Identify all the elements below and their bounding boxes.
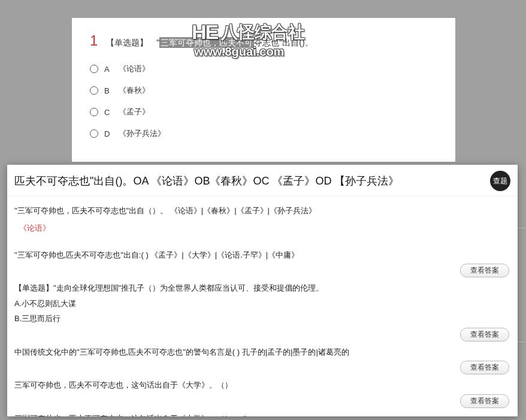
radio-icon[interactable] [90,129,98,138]
popup-title: 匹夫不可夺志也"出自()。OA 《论语》OB《春秋》OC 《孟子》OD 【孙子兵… [14,174,485,188]
option-row[interactable]: C《孟子》 [90,107,443,117]
result-item: "三军可夺帅也，匹夫不可夺志也"出自（）。 《论语》|《春秋》|《孟子》|《孙子… [14,205,512,244]
search-popup: 匹夫不可夺志也"出自()。OA 《论语》OB《春秋》OC 《孟子》OD 【孙子兵… [7,165,518,416]
result-item: "三军可夺帅也,匹夫不可夺志也"出自:( ) 《孟子》|《大学》|《论语.子罕》… [14,249,512,278]
result-item: 【单选题】"走向全球化理想国"推孔子（）为全世界人类都应当认可、接受和提倡的伦理… [14,282,512,342]
question-number: 1 [90,32,98,49]
result-answer: 《论语》 [19,223,512,234]
result-text: 三军可夺帅也，匹夫不可夺志也，这句话出自于《大学》。（） [14,379,512,391]
option-text: 《孟子》 [119,107,150,117]
search-button[interactable]: 查题 [490,171,510,191]
radio-icon[interactable] [90,108,98,116]
result-text: 三军可夺帅也，匹夫不可夺志也，这句话出自于《大学》。（） null [14,413,512,417]
results-list[interactable]: "三军可夺帅也，匹夫不可夺志也"出自（）。 《论语》|《春秋》|《孟子》|《孙子… [7,196,518,416]
option-letter: D [104,129,113,138]
popup-header: 匹夫不可夺志也"出自()。OA 《论语》OB《春秋》OC 《孟子》OD 【孙子兵… [7,165,518,196]
option-text: 《论语》 [119,64,150,74]
highlighted-text: 三军可夺帅也，匹夫不可 [159,37,254,48]
option-letter: A [104,65,113,74]
view-answer-button[interactable]: 查看答案 [460,264,509,277]
question-header: 1 【单选题】 "三军可夺帅也，匹夫不可夺志也"出自()。 [90,32,443,49]
option-letter: B [104,86,113,95]
options-list: A《论语》B《春秋》C《孟子》D《孙子兵法》 [90,64,443,139]
result-text: A.小不忍则乱大谋 [14,298,512,310]
option-text: 《孙子兵法》 [119,128,165,139]
option-row[interactable]: D《孙子兵法》 [90,128,443,139]
option-row[interactable]: B《春秋》 [90,85,443,96]
radio-icon[interactable] [90,86,98,95]
result-item: 三军可夺帅也，匹夫不可夺志也，这句话出自于《大学》。（） null查看答案 [14,413,512,417]
question-type: 【单选题】 [106,38,148,49]
view-answer-button[interactable]: 查看答案 [460,361,509,374]
radio-icon[interactable] [90,65,98,73]
quiz-card: 1 【单选题】 "三军可夺帅也，匹夫不可夺志也"出自()。 A《论语》B《春秋》… [72,18,455,162]
view-answer-button[interactable]: 查看答案 [460,394,509,408]
result-item: 三军可夺帅也，匹夫不可夺志也，这句话出自于《大学》。（）查看答案 [14,379,512,408]
result-item: 中国传统文化中的"三军可夺帅也,匹夫不可夺志也"的警句名言是( ) 孔子的|孟子… [14,346,512,375]
result-text: B.三思而后行 [14,313,512,325]
result-text: "三军可夺帅也,匹夫不可夺志也"出自:( ) 《孟子》|《大学》|《论语.子罕》… [14,249,512,261]
option-text: 《春秋》 [119,85,150,96]
view-answer-button[interactable]: 查看答案 [460,328,509,342]
result-text: "三军可夺帅也，匹夫不可夺志也"出自（）。 《论语》|《春秋》|《孟子》|《孙子… [14,205,512,217]
option-letter: C [104,108,113,117]
option-row[interactable]: A《论语》 [90,64,443,74]
result-text: 【单选题】"走向全球化理想国"推孔子（）为全世界人类都应当认可、接受和提倡的伦理… [14,282,512,294]
question-stem: "三军可夺帅也，匹夫不可夺志也"出自()。 [156,38,313,49]
result-text: 中国传统文化中的"三军可夺帅也,匹夫不可夺志也"的警句名言是( ) 孔子的|孟子… [14,346,512,358]
